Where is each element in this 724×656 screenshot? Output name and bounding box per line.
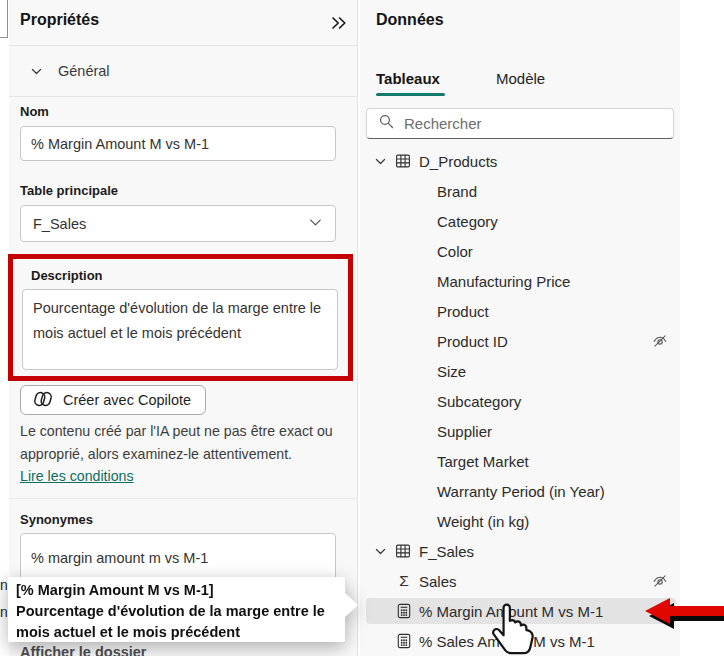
home-table-selected-value: F_Sales — [33, 216, 308, 232]
data-panel: Données Tableaux Modèle Rechercher D_Pro… — [360, 0, 680, 656]
field-name: Brand — [437, 183, 477, 200]
synonyms-field-label: Synonymes — [20, 512, 93, 527]
sigma-icon: Σ — [396, 572, 412, 590]
tree-field-Size[interactable]: Size — [360, 356, 680, 386]
tree-field-% Margin Amount M vs M-1[interactable]: % Margin Amount M vs M-1 — [360, 596, 680, 626]
chevron-down-icon[interactable] — [374, 155, 387, 168]
home-table-dropdown[interactable]: F_Sales — [20, 205, 336, 242]
search-placeholder: Rechercher — [404, 115, 482, 132]
tooltip-title: [% Margin Amount M vs M-1] — [16, 580, 337, 601]
divider — [9, 96, 358, 97]
tooltip-caret — [344, 592, 358, 618]
search-input[interactable]: Rechercher — [366, 108, 674, 139]
collapse-panel-icon[interactable] — [329, 13, 349, 33]
copilot-button-label: Créer avec Copilote — [63, 392, 191, 408]
left-panel-edge-fragment — [0, 0, 8, 38]
synonyms-input[interactable] — [20, 533, 336, 583]
tree-field-% Sales Amount M vs M-1[interactable]: % Sales Amount M vs M-1 — [360, 626, 680, 656]
tree-field-Supplier[interactable]: Supplier — [360, 416, 680, 446]
clipped-text-fragment: n — [0, 604, 7, 620]
hidden-eye-icon[interactable] — [652, 573, 668, 589]
properties-panel-title: Propriétés — [20, 11, 99, 29]
search-icon — [378, 113, 395, 134]
tree-field-Target Market[interactable]: Target Market — [360, 446, 680, 476]
name-field-label: Nom — [20, 104, 49, 119]
description-field-label: Description — [31, 268, 103, 283]
field-name: % Margin Amount M vs M-1 — [419, 603, 603, 620]
active-tab-underline — [376, 93, 445, 96]
tab-model[interactable]: Modèle — [496, 70, 545, 87]
tree-field-Manufacturing Price[interactable]: Manufacturing Price — [360, 266, 680, 296]
field-name: Subcategory — [437, 393, 521, 410]
calculator-icon — [396, 603, 412, 619]
field-name: Sales — [419, 573, 457, 590]
fields-tree: D_ProductsBrandCategoryColorManufacturin… — [360, 146, 680, 656]
table-icon — [395, 153, 411, 169]
chevron-down-icon[interactable] — [374, 545, 387, 558]
tree-field-Weight (in kg)[interactable]: Weight (in kg) — [360, 506, 680, 536]
tree-table-F_Sales[interactable]: F_Sales — [360, 536, 680, 566]
hidden-eye-icon[interactable] — [652, 333, 668, 349]
field-name: Product — [437, 303, 489, 320]
calculator-icon — [396, 633, 412, 649]
name-input[interactable] — [20, 126, 336, 161]
data-panel-title: Données — [376, 11, 444, 29]
hidden-eye-icon[interactable] — [652, 603, 668, 619]
field-name: Product ID — [437, 333, 508, 350]
field-name: Category — [437, 213, 498, 230]
tab-tables[interactable]: Tableaux — [376, 70, 440, 87]
description-textarea[interactable]: Pourcentage d'évolution de la marge entr… — [22, 289, 338, 370]
field-name: Target Market — [437, 453, 529, 470]
terms-link[interactable]: Lire les conditions — [20, 468, 134, 484]
tree-field-Sales[interactable]: ΣSales — [360, 566, 680, 596]
chevron-down-icon — [308, 215, 323, 233]
field-name: Warranty Period (in Year) — [437, 483, 605, 500]
home-table-label: Table principale — [20, 183, 118, 198]
table-name: F_Sales — [419, 543, 474, 560]
ai-disclaimer-text: Le contenu créé par l'IA peut ne pas êtr… — [20, 420, 350, 488]
field-name: Manufacturing Price — [437, 273, 570, 290]
tree-table-D_Products[interactable]: D_Products — [360, 146, 680, 176]
table-name: D_Products — [419, 153, 497, 170]
description-tooltip: [% Margin Amount M vs M-1] Pourcentage d… — [8, 577, 345, 642]
general-section-label: Général — [58, 63, 110, 79]
chevron-down-icon — [30, 65, 43, 78]
show-folder-partial-text: Afficher le dossier — [20, 644, 147, 656]
field-name: % Sales Amount M vs M-1 — [419, 633, 595, 650]
clipped-text-fragment: n — [0, 577, 7, 593]
tree-field-Product ID[interactable]: Product ID — [360, 326, 680, 356]
divider — [9, 498, 358, 499]
tree-field-Color[interactable]: Color — [360, 236, 680, 266]
tree-field-Category[interactable]: Category — [360, 206, 680, 236]
create-with-copilot-button[interactable]: Créer avec Copilote — [20, 385, 206, 415]
tree-field-Brand[interactable]: Brand — [360, 176, 680, 206]
field-name: Weight (in kg) — [437, 513, 529, 530]
field-name: Color — [437, 243, 473, 260]
copilot-icon — [32, 388, 54, 413]
tree-field-Warranty Period (in Year)[interactable]: Warranty Period (in Year) — [360, 476, 680, 506]
properties-panel: Propriétés Général Nom Table principale … — [9, 0, 358, 656]
table-icon — [395, 543, 411, 559]
general-section-header[interactable]: Général — [9, 46, 358, 96]
field-name: Supplier — [437, 423, 492, 440]
tree-field-Product[interactable]: Product — [360, 296, 680, 326]
field-name: Size — [437, 363, 466, 380]
tooltip-body: Pourcentage d'évolution de la marge entr… — [16, 601, 337, 643]
tree-field-Subcategory[interactable]: Subcategory — [360, 386, 680, 416]
